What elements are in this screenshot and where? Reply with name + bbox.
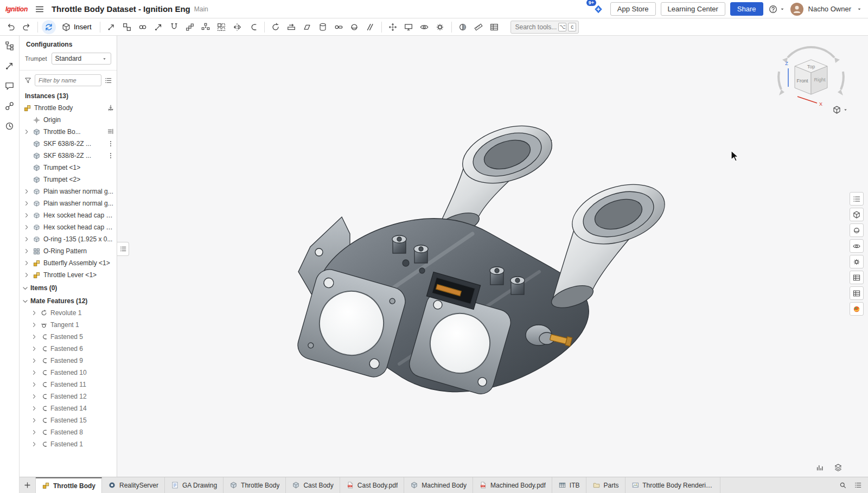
explode-button[interactable] [386, 20, 400, 34]
instance-row[interactable]: SKF 638/8-2Z ... [20, 138, 117, 150]
appearance-panel-button[interactable] [850, 223, 864, 237]
replicate-button[interactable] [214, 20, 229, 34]
notifications-button[interactable]: 9+ [591, 2, 605, 16]
document-tab[interactable]: Machined Body.pdf [473, 477, 552, 493]
display-states-button[interactable] [417, 20, 432, 34]
configurations-button[interactable] [433, 20, 448, 34]
performance-button[interactable] [814, 462, 826, 473]
document-tab[interactable]: Throttle Body [36, 477, 102, 493]
document-tab[interactable]: Throttle Body [224, 477, 286, 493]
pin-slot-button[interactable] [331, 20, 346, 34]
redo-button[interactable] [19, 20, 34, 34]
group-button[interactable] [120, 20, 135, 34]
instance-row[interactable]: Throttle Body [20, 102, 117, 114]
planar-button[interactable] [300, 20, 315, 34]
instance-row[interactable]: Throttle Lever <1> [20, 269, 117, 281]
search-tabs-button[interactable] [837, 479, 848, 491]
graphics-canvas[interactable]: Configurations Trumpet Standard [20, 36, 868, 477]
document-tab[interactable]: GA Drawing [165, 477, 224, 493]
document-tab[interactable]: Machined Body [404, 477, 473, 493]
parts-panel-button[interactable] [850, 208, 864, 221]
mate-feature-row[interactable]: Fastened 9 [20, 355, 117, 367]
filter-icon[interactable] [24, 76, 32, 85]
instance-row[interactable]: Plain washer normal g... [20, 197, 117, 209]
main-menu-button[interactable] [33, 2, 47, 16]
viewcube-right-label[interactable]: Right [814, 77, 826, 82]
view-orientation-button[interactable] [832, 105, 848, 114]
mate-feature-row[interactable]: Fastened 11 [20, 379, 117, 390]
relations-button[interactable] [136, 20, 150, 34]
measure-button[interactable] [471, 20, 486, 34]
viewcube-front-label[interactable]: Front [796, 78, 808, 84]
filter-input[interactable] [35, 74, 101, 86]
undo-button[interactable] [3, 20, 18, 34]
fasten-button[interactable] [246, 20, 260, 34]
list-view-icon[interactable] [104, 76, 112, 85]
instance-row[interactable]: O-Ring Pattern [20, 245, 117, 257]
instance-row[interactable]: Origin [20, 114, 117, 126]
learning-center-button[interactable]: Learning Center [661, 2, 725, 16]
mate-feature-row[interactable]: Tangent 1 [20, 319, 117, 331]
viewcube-top-label[interactable]: Top [807, 64, 815, 69]
manage-tabs-button[interactable] [852, 479, 864, 491]
view-modes-button[interactable] [832, 462, 844, 473]
mate-feature-row[interactable]: Fastened 5 [20, 331, 117, 343]
insert-button[interactable]: Insert [57, 20, 96, 34]
instance-row[interactable]: SKF 638/8-2Z ... [20, 150, 117, 162]
ball-button[interactable] [347, 20, 362, 34]
slider-button[interactable] [284, 20, 299, 34]
create-tab-button[interactable] [20, 477, 36, 493]
revolute-button[interactable] [269, 20, 283, 34]
search-tools-button[interactable]: Search tools... ⌥ c [510, 21, 579, 34]
render-studio-panel-button[interactable] [850, 302, 864, 316]
instance-row[interactable]: Throttle Bo... [20, 126, 117, 138]
instance-tree-panel-button[interactable] [3, 39, 16, 52]
instance-row[interactable]: Plain washer normal g... [20, 185, 117, 197]
trumpet-config-select[interactable]: Standard [52, 53, 111, 65]
model-3d-throttle-body[interactable] [20, 36, 868, 477]
mate-button[interactable] [104, 20, 119, 34]
feature-list-panel-button[interactable] [850, 192, 864, 206]
instance-row[interactable]: Trumpet <1> [20, 162, 117, 174]
custom-tables-panel-button[interactable] [850, 286, 864, 300]
document-tab[interactable]: ITB [552, 477, 586, 493]
linear-pattern-button[interactable] [183, 20, 197, 34]
instance-row[interactable]: Hex socket head cap s... [20, 221, 117, 233]
circular-pattern-button[interactable] [199, 20, 213, 34]
section-view-button[interactable] [456, 20, 470, 34]
panel-resize-handle[interactable] [117, 242, 129, 256]
mate-feature-row[interactable]: Fastened 15 [20, 414, 117, 426]
bom-panel-button[interactable] [850, 271, 864, 284]
linked-documents-panel-button[interactable] [3, 99, 16, 112]
mate-feature-row[interactable]: Revolute 1 [20, 307, 117, 319]
share-button[interactable]: Share [730, 2, 763, 16]
items-section-header[interactable]: Items (0) [20, 281, 117, 294]
parallel-button[interactable] [363, 20, 378, 34]
snap-mode-button[interactable] [167, 20, 182, 34]
help-button[interactable] [768, 4, 786, 14]
history-panel-button[interactable] [3, 119, 16, 132]
avatar[interactable] [790, 3, 803, 16]
mate-connector-button[interactable] [151, 20, 166, 34]
named-views-button[interactable] [401, 20, 416, 34]
instance-row[interactable]: Hex socket head cap s... [20, 209, 117, 221]
mate-features-section-header[interactable]: Mate Features (12) [20, 294, 117, 307]
mate-feature-row[interactable]: Fastened 12 [20, 390, 117, 402]
mate-feature-row[interactable]: Fastened 14 [20, 402, 117, 414]
comments-panel-button[interactable] [3, 79, 16, 92]
cylindrical-button[interactable] [316, 20, 330, 34]
instance-row[interactable]: O-ring -135 (1.925 x 0... [20, 233, 117, 245]
mate-feature-row[interactable]: Fastened 1 [20, 438, 117, 450]
configurations-panel-button[interactable] [850, 255, 864, 268]
user-name[interactable]: Nacho Owner [808, 5, 851, 13]
bom-button[interactable] [487, 20, 502, 34]
document-tab[interactable]: Throttle Body Renderin... [626, 477, 720, 493]
workspace-label[interactable]: Main [194, 5, 208, 13]
display-states-panel-button[interactable] [850, 239, 864, 253]
mate-feature-row[interactable]: Fastened 8 [20, 426, 117, 438]
document-tab[interactable]: Parts [586, 477, 626, 493]
instance-row[interactable]: Butterfly Assembly <1> [20, 257, 117, 269]
document-tab[interactable]: Cast Body.pdf [340, 477, 404, 493]
mate-feature-row[interactable]: Fastened 10 [20, 367, 117, 379]
mate-feature-row[interactable]: Fastened 6 [20, 343, 117, 355]
